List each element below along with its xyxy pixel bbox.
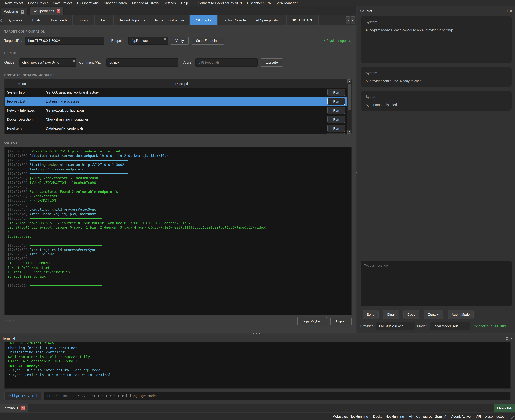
terminal-tab-label: Terminal 1 (3, 406, 18, 410)
menu-item-settings[interactable]: Settings (161, 1, 178, 5)
module-row-system-info[interactable]: System InfoGet OS, user, and working dir… (5, 88, 347, 97)
console-line: 32 root 0:00 ps aux (7, 275, 348, 279)
menu-item-open-project[interactable]: Open Project (26, 1, 50, 5)
copilot-button-agent-mode[interactable]: Agent Mode (448, 310, 474, 319)
message-text: AI co-pilot ready. Please configure an A… (366, 29, 507, 32)
message-text: Agent mode disabled. (366, 103, 507, 107)
menu-item-disconnect-vpn[interactable]: Disconnect VPN (244, 1, 274, 5)
copilot-button-copy[interactable]: Copy (403, 310, 419, 319)
float-panel-icon[interactable]: ❐ (506, 337, 508, 340)
terminal-console[interactable]: IRIS C2 Terminal Ready,Checking for Kali… (4, 342, 511, 389)
copilot-button-context[interactable]: Context (424, 310, 443, 319)
module-row-network-interfaces[interactable]: Network InterfacesGet network configurat… (5, 106, 347, 115)
copilot-button-clear[interactable]: Clear (383, 310, 399, 319)
menu-item-help[interactable]: Help (178, 1, 191, 5)
module-description: List running processes (43, 100, 325, 103)
console-line: [17:57:33] ✓ /FORMACTION (7, 199, 348, 203)
close-tab-icon[interactable]: ✕ (21, 10, 24, 14)
tab-scroll-left-icon[interactable]: ❮ (0, 15, 3, 25)
module-row-process-list[interactable]: Process ListList running processesRun (5, 97, 347, 106)
gadget-select[interactable]: child_process#execSync (19, 58, 76, 67)
menu-item-connect-to-hackthebox-vpn[interactable]: Connect to HackTheBox VPN (195, 1, 244, 5)
terminal-line: • Type 'IRIS' to enter natural language … (8, 368, 507, 373)
subtab-rsc-exploit[interactable]: RSC Exploit (189, 15, 218, 25)
model-select[interactable]: Local Model (Aut (430, 322, 470, 330)
terminal-command-input[interactable] (44, 391, 511, 400)
module-description: Get network configuration (43, 109, 325, 112)
scroll-down-icon[interactable]: ▼ (347, 130, 351, 134)
output-footer-time: 17:57:51 (4, 320, 16, 323)
verify-button[interactable]: Verify (171, 37, 189, 45)
command-path-input[interactable] (106, 58, 178, 67)
window-tab-welcome[interactable]: Welcome✕ (1, 8, 27, 15)
console-line: [17:57:33] ═════════════════════════════… (7, 185, 348, 190)
endpoint-select[interactable]: /api/contact (128, 37, 168, 45)
menu-item-save-project[interactable]: Save Project (50, 1, 74, 5)
menu-item-new-project[interactable]: New Project (2, 1, 26, 5)
module-row-database-config[interactable]: Database ConfigDB connection stringsRun (5, 133, 347, 134)
copilot-header: Co-Pilot ❐ ✕ (357, 6, 515, 16)
subtab-exploit-console[interactable]: Exploit Console (218, 15, 251, 25)
scrollbar-track[interactable] (347, 83, 351, 130)
subtab-ai-spearphishing[interactable]: AI Spearphishing (251, 15, 287, 25)
output-console[interactable]: [17:57:03] CVE-2025-55182 RSC Exploit mo… (4, 147, 352, 315)
run-button[interactable]: Run (327, 98, 345, 105)
module-row-docker-detection[interactable]: Docker DetectionCheck if running in cont… (5, 115, 347, 124)
subtab-downloads[interactable]: Downloads (46, 15, 73, 25)
resize-grip-icon[interactable] (510, 415, 515, 420)
console-line: [17:57:31] Testing 34 common endpoints..… (7, 167, 348, 172)
menu-item-manage-api-keys[interactable]: Manage API Keys (130, 1, 161, 5)
tab-prev-icon[interactable]: ◂ (346, 16, 350, 24)
close-tab-icon[interactable]: ✕ (57, 9, 60, 13)
subtab-network-topology[interactable]: Network Topology (113, 15, 150, 25)
export-button[interactable]: Export (330, 317, 352, 325)
subtab-hosts[interactable]: Hosts (27, 15, 46, 25)
rsc-exploit-panel: TARGET CONFIGURATION Target URL: Endpoin… (0, 25, 356, 333)
run-button[interactable]: Run (327, 89, 345, 96)
target-url-input[interactable] (25, 37, 104, 45)
arg2-input[interactable] (195, 58, 258, 67)
menu-item-c2-operations[interactable]: C2 Operations (74, 1, 101, 5)
connection-status: Connected to LM Stud (472, 324, 506, 328)
subtab-evasion[interactable]: Evasion (73, 15, 95, 25)
scrollbar-thumb[interactable] (348, 84, 351, 110)
horizontal-splitter[interactable]: •••••• (0, 333, 515, 335)
run-button[interactable]: Run (327, 125, 345, 132)
execute-button[interactable]: Execute (261, 58, 283, 67)
tab-next-icon[interactable]: ▸ (351, 16, 355, 24)
new-tab-button[interactable]: + New Tab (493, 404, 515, 412)
run-button[interactable]: Run (327, 116, 345, 123)
close-panel-icon[interactable]: ✕ (510, 337, 513, 340)
column-header-module: Module (5, 82, 42, 85)
close-panel-icon[interactable]: ✕ (510, 9, 512, 13)
vuln-status-badge: ✓ 2 vuln endpoints (323, 39, 352, 43)
module-description: Database/API credentials (43, 127, 325, 130)
copilot-button-send[interactable]: Send (363, 310, 379, 319)
run-button[interactable]: Run (327, 133, 345, 134)
subtab-bypasses[interactable]: Bypasses (3, 15, 27, 25)
terminal-title: Terminal (2, 337, 15, 340)
gadget-label: Gadget: (4, 61, 16, 64)
terminal-line: Initializing Kali container... (8, 350, 507, 355)
scroll-up-icon[interactable]: ▲ (347, 79, 351, 83)
dropdown-icon (164, 38, 166, 40)
close-tab-icon[interactable]: ✕ (21, 406, 25, 410)
vertical-splitter[interactable]: ▪▪▪▪▪▪ (356, 6, 357, 333)
subtab-proxy-infrastructure[interactable]: Proxy Infrastructure (150, 15, 190, 25)
menu-item-shodan-search[interactable]: Shodan Search (101, 1, 130, 5)
window-tab-c2-operations[interactable]: C2 Operations✕ (29, 6, 63, 15)
subtab-stego[interactable]: Stego (95, 15, 113, 25)
modules-scrollbar[interactable]: ▲ ▼ (347, 79, 351, 134)
run-cell: Run (325, 125, 347, 132)
terminal-tab-1[interactable]: Terminal 1 ✕ (0, 404, 28, 412)
module-row-read-env[interactable]: Read .envDatabase/API credentialsRun (5, 124, 347, 133)
subtab-nightshade[interactable]: NIGHTSHADE (287, 15, 319, 25)
menu-item-vpn-manager[interactable]: VPN Manager (274, 1, 300, 5)
copy-payload-button[interactable]: Copy Payload (297, 317, 327, 325)
console-line: [17:57:31] [VULN] /api/contact → 1bc09cb… (7, 176, 348, 181)
scan-endpoints-button[interactable]: Scan Endpoints (191, 37, 224, 45)
float-panel-icon[interactable]: ❐ (505, 9, 508, 13)
provider-select[interactable]: LM Studio (Local (376, 322, 415, 330)
copilot-message-input[interactable] (361, 261, 512, 306)
run-button[interactable]: Run (327, 107, 345, 114)
